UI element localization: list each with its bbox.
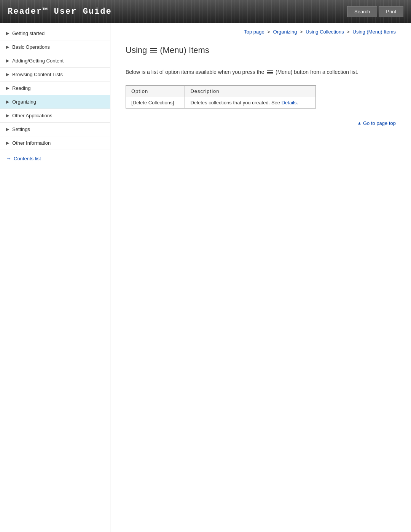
table-cell-option: [Delete Collections]	[126, 97, 185, 109]
sidebar-item-other-applications[interactable]: ▶ Other Applications	[0, 109, 110, 123]
page-title-prefix: Using	[126, 45, 147, 55]
header-buttons: Search Print	[347, 6, 403, 17]
arrow-right-icon: →	[6, 155, 11, 161]
sidebar-item-settings[interactable]: ▶ Settings	[0, 123, 110, 136]
sidebar-item-label: Getting started	[12, 30, 45, 36]
page-title: Using (Menu) Items	[126, 45, 396, 60]
description-text: Below is a list of option items availabl…	[126, 68, 396, 76]
description-text-prefix: Deletes collections that you created. Se…	[190, 100, 281, 105]
description-text-suffix: .	[296, 100, 298, 105]
sidebar-item-other-information[interactable]: ▶ Other Information	[0, 136, 110, 150]
main-content: Top page > Organizing > Using Collection…	[110, 23, 411, 532]
chevron-right-icon: ▶	[6, 31, 9, 36]
chevron-right-icon: ▶	[6, 72, 9, 77]
sidebar-item-reading[interactable]: ▶ Reading	[0, 81, 110, 95]
table-header-row: Option Description	[126, 86, 316, 97]
chevron-right-icon: ▶	[6, 99, 9, 104]
table-row: [Delete Collections] Deletes collections…	[126, 97, 316, 109]
app-title: Reader™ User Guide	[8, 7, 112, 16]
page-title-suffix: (Menu) Items	[160, 45, 209, 55]
chevron-right-icon: ▶	[6, 86, 9, 91]
sidebar-item-basic-operations[interactable]: ▶ Basic Operations	[0, 40, 110, 54]
chevron-right-icon: ▶	[6, 141, 9, 145]
description-prefix: Below is a list of option items availabl…	[126, 69, 264, 75]
sidebar: ▶ Getting started ▶ Basic Operations ▶ A…	[0, 23, 110, 532]
chevron-right-icon: ▶	[6, 113, 9, 118]
breadcrumb-using-menu-items[interactable]: Using (Menu) Items	[353, 29, 396, 35]
sidebar-item-label: Adding/Getting Content	[12, 58, 64, 64]
sidebar-item-label: Settings	[12, 126, 30, 132]
breadcrumb: Top page > Organizing > Using Collection…	[126, 29, 396, 38]
go-to-page-top-link[interactable]: Go to page top	[357, 120, 396, 126]
sidebar-item-organizing[interactable]: ▶ Organizing	[0, 95, 110, 109]
breadcrumb-organizing[interactable]: Organizing	[273, 29, 297, 35]
sidebar-item-browsing-content-lists[interactable]: ▶ Browsing Content Lists	[0, 68, 110, 81]
table-header-option: Option	[126, 86, 185, 97]
sidebar-item-label: Reading	[12, 85, 30, 91]
search-button[interactable]: Search	[347, 6, 377, 17]
table-cell-description: Deletes collections that you created. Se…	[185, 97, 316, 109]
chevron-right-icon: ▶	[6, 127, 9, 132]
sidebar-item-label: Browsing Content Lists	[12, 72, 63, 77]
print-button[interactable]: Print	[379, 6, 403, 17]
breadcrumb-using-collections[interactable]: Using Collections	[306, 29, 344, 35]
page-top-section: Go to page top	[126, 120, 396, 126]
sidebar-item-label: Basic Operations	[12, 44, 50, 50]
chevron-right-icon: ▶	[6, 45, 9, 50]
contents-list-link[interactable]: → Contents list	[0, 150, 110, 167]
contents-list-label: Contents list	[14, 156, 41, 161]
table-header: Option Description	[126, 86, 316, 97]
sidebar-item-adding-getting-content[interactable]: ▶ Adding/Getting Content	[0, 54, 110, 68]
main-layout: ▶ Getting started ▶ Basic Operations ▶ A…	[0, 23, 411, 532]
header: Reader™ User Guide Search Print	[0, 0, 411, 23]
sidebar-item-label: Other Applications	[12, 113, 53, 118]
inline-menu-icon	[267, 70, 273, 74]
breadcrumb-top-page[interactable]: Top page	[244, 29, 264, 35]
menu-lines-icon	[150, 48, 157, 53]
description-suffix: (Menu) button from a collection list.	[276, 69, 358, 75]
details-link[interactable]: Details	[282, 100, 297, 105]
option-table: Option Description [Delete Collections] …	[126, 85, 316, 109]
chevron-right-icon: ▶	[6, 58, 9, 63]
table-body: [Delete Collections] Deletes collections…	[126, 97, 316, 109]
table-header-description: Description	[185, 86, 316, 97]
sidebar-item-label: Other Information	[12, 140, 51, 146]
sidebar-item-label: Organizing	[12, 99, 36, 105]
sidebar-item-getting-started[interactable]: ▶ Getting started	[0, 27, 110, 40]
